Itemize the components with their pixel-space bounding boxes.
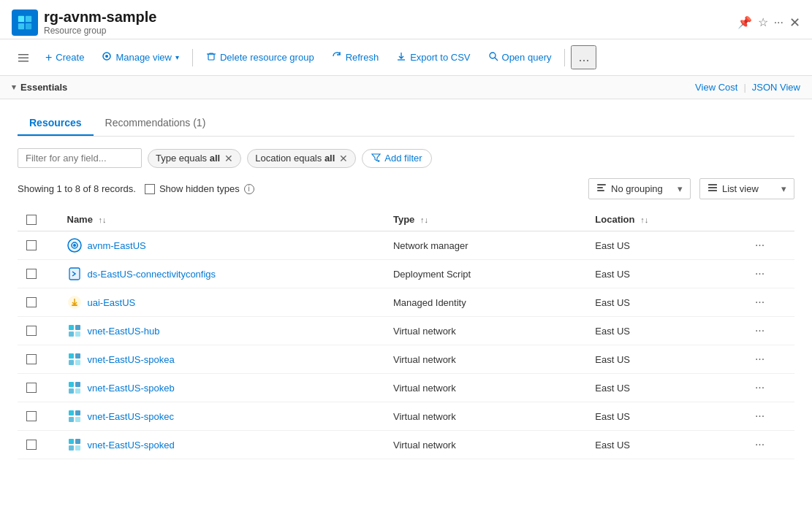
resource-link-5[interactable]: vnet-EastUS-spokeb	[67, 380, 376, 395]
row-more-cell-5: ···	[742, 374, 794, 402]
svg-rect-31	[75, 332, 80, 337]
type-filter-clear[interactable]: ✕	[224, 153, 233, 164]
resource-icon-6	[67, 409, 82, 424]
select-all-checkbox[interactable]	[26, 215, 37, 225]
row-more-button-5[interactable]: ···	[751, 380, 769, 396]
essentials-actions: View Cost | JSON View	[695, 82, 800, 93]
resource-link-6[interactable]: vnet-EastUS-spokec	[67, 409, 376, 424]
row-checkbox-2[interactable]	[26, 297, 37, 307]
row-checkbox-cell-2	[18, 288, 58, 317]
svg-rect-32	[69, 353, 74, 359]
row-checkbox-4[interactable]	[26, 354, 37, 364]
row-name-cell-1: ds-EastUS-connectivityconfigs	[58, 260, 384, 288]
row-more-button-4[interactable]: ···	[751, 351, 769, 367]
resource-link-0[interactable]: avnm-EastUS	[67, 238, 376, 253]
sidebar-expand-button[interactable]	[12, 49, 35, 66]
svg-rect-36	[69, 382, 74, 387]
resource-link-4[interactable]: vnet-EastUS-spokea	[67, 352, 376, 367]
open-query-button[interactable]: Open query	[481, 47, 559, 67]
svg-rect-35	[75, 360, 80, 365]
grouping-select[interactable]: No grouping ▾	[588, 178, 691, 199]
row-more-button-0[interactable]: ···	[751, 237, 769, 253]
star-icon[interactable]: ☆	[758, 15, 768, 29]
location-filter-tag[interactable]: Location equals all ✕	[247, 149, 356, 168]
row-type-cell-4: Virtual network	[384, 345, 586, 374]
pin-icon[interactable]: 📌	[737, 15, 752, 29]
location-filter-clear[interactable]: ✕	[339, 153, 348, 164]
row-more-button-3[interactable]: ···	[751, 323, 769, 339]
resource-link-3[interactable]: vnet-EastUS-hub	[67, 323, 376, 338]
select-all-header	[18, 208, 58, 231]
export-button[interactable]: Export to CSV	[389, 47, 477, 67]
row-type-cell-5: Virtual network	[384, 374, 586, 402]
row-more-button-2[interactable]: ···	[751, 294, 769, 310]
row-checkbox-3[interactable]	[26, 326, 37, 336]
tab-recommendations[interactable]: Recommendations (1)	[94, 111, 218, 136]
filter-input[interactable]	[18, 148, 142, 168]
show-hidden-checkbox[interactable]	[145, 184, 155, 194]
resource-icon-4	[67, 352, 82, 367]
resource-link-2[interactable]: uai-EastUS	[67, 295, 376, 310]
refresh-button[interactable]: Refresh	[325, 47, 387, 67]
table-row: vnet-EastUS-spokec Virtual network East …	[18, 402, 794, 431]
info-icon[interactable]: i	[244, 184, 254, 194]
row-more-button-7[interactable]: ···	[751, 437, 769, 453]
row-checkbox-0[interactable]	[26, 240, 37, 250]
row-more-cell-7: ···	[742, 431, 794, 459]
more-column-header	[742, 208, 794, 231]
filter-row: Type equals all ✕ Location equals all ✕ …	[18, 148, 794, 168]
svg-rect-17	[597, 187, 603, 188]
svg-rect-18	[597, 190, 604, 191]
row-checkbox-7[interactable]	[26, 440, 37, 450]
view-select[interactable]: List view ▾	[699, 178, 794, 199]
location-column-header[interactable]: Location ↑↓	[586, 208, 742, 231]
location-filter-text: Location equals all	[255, 153, 335, 164]
row-location-cell-3: East US	[586, 317, 742, 345]
view-cost-link[interactable]: View Cost	[695, 82, 737, 93]
row-more-button-6[interactable]: ···	[751, 408, 769, 424]
row-checkbox-5[interactable]	[26, 383, 37, 393]
resources-table: Name ↑↓ Type ↑↓ Location ↑↓	[18, 208, 794, 459]
svg-rect-6	[18, 61, 29, 62]
resource-link-7[interactable]: vnet-EastUS-spoked	[67, 437, 376, 452]
row-type-cell-6: Virtual network	[384, 402, 586, 431]
svg-rect-20	[708, 187, 717, 188]
manage-view-button[interactable]: Manage view ▾	[94, 47, 186, 67]
json-view-link[interactable]: JSON View	[752, 82, 800, 93]
tab-resources[interactable]: Resources	[18, 111, 94, 136]
row-checkbox-6[interactable]	[26, 411, 37, 421]
svg-rect-19	[708, 184, 717, 185]
svg-rect-43	[75, 417, 80, 422]
resource-icon-0	[67, 238, 82, 253]
add-filter-button[interactable]: Add filter	[362, 149, 431, 168]
trash-icon	[206, 51, 216, 64]
show-hidden-label: Show hidden types	[159, 183, 240, 194]
row-more-cell-6: ···	[742, 402, 794, 431]
create-button[interactable]: + Create	[38, 47, 91, 68]
chevron-down-icon: ▾	[12, 83, 16, 92]
toolbar: + Create Manage view ▾ Delete resource g…	[0, 39, 812, 76]
type-column-header[interactable]: Type ↑↓	[384, 208, 586, 231]
svg-rect-45	[75, 439, 80, 444]
toolbar-separator-1	[192, 49, 193, 66]
chevron-down-icon: ▾	[175, 53, 179, 61]
table-row: vnet-EastUS-hub Virtual network East US …	[18, 317, 794, 345]
type-filter-tag[interactable]: Type equals all ✕	[148, 149, 241, 168]
svg-point-24	[73, 244, 76, 247]
row-more-cell-3: ···	[742, 317, 794, 345]
row-more-button-1[interactable]: ···	[751, 266, 769, 282]
delete-button[interactable]: Delete resource group	[199, 47, 322, 67]
name-column-header[interactable]: Name ↑↓	[58, 208, 384, 231]
row-checkbox-1[interactable]	[26, 269, 37, 279]
toolbar-more-button[interactable]: ...	[571, 45, 596, 69]
records-row: Showing 1 to 8 of 8 records. Show hidden…	[18, 178, 794, 199]
svg-rect-30	[69, 332, 74, 337]
svg-rect-21	[708, 190, 717, 191]
resource-link-1[interactable]: ds-EastUS-connectivityconfigs	[67, 267, 376, 281]
more-options-icon[interactable]: ···	[774, 16, 783, 29]
download-icon	[396, 51, 406, 64]
essentials-toggle[interactable]: ▾ Essentials	[12, 82, 67, 93]
close-button[interactable]: ✕	[789, 15, 800, 31]
svg-rect-28	[69, 325, 74, 330]
records-count: Showing 1 to 8 of 8 records.	[18, 183, 136, 194]
